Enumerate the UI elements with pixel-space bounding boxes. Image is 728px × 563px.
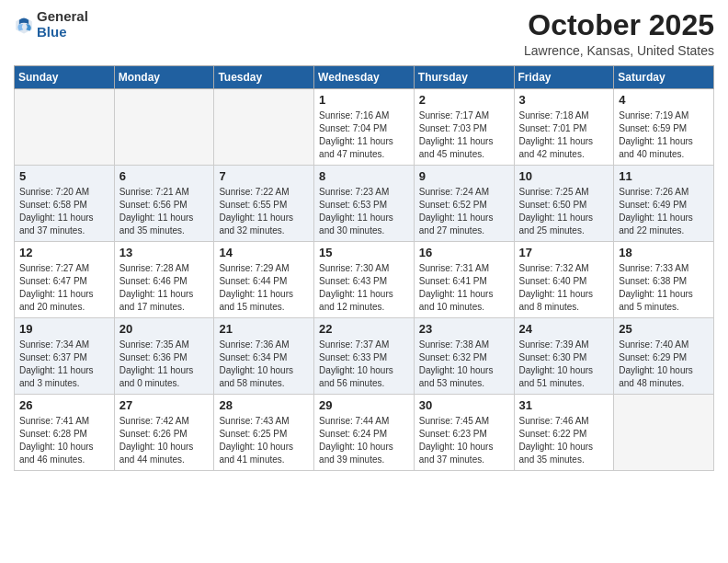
day-info: Sunrise: 7:24 AMSunset: 6:52 PMDaylight:… — [419, 186, 509, 237]
day-number: 27 — [119, 398, 210, 412]
day-info: Sunrise: 7:44 AMSunset: 6:24 PMDaylight:… — [319, 415, 409, 466]
day-cell: 26Sunrise: 7:41 AMSunset: 6:28 PMDayligh… — [15, 395, 115, 471]
day-info: Sunrise: 7:40 AMSunset: 6:29 PMDaylight:… — [619, 339, 709, 390]
weekday-header-sunday: Sunday — [15, 66, 115, 89]
month-title: October 2025 — [524, 9, 714, 41]
day-cell: 29Sunrise: 7:44 AMSunset: 6:24 PMDayligh… — [314, 395, 415, 471]
day-number: 16 — [419, 246, 509, 259]
week-row-5: 26Sunrise: 7:41 AMSunset: 6:28 PMDayligh… — [15, 395, 714, 471]
day-info: Sunrise: 7:36 AMSunset: 6:34 PMDaylight:… — [219, 339, 309, 390]
day-cell: 20Sunrise: 7:35 AMSunset: 6:36 PMDayligh… — [114, 318, 214, 395]
weekday-header-friday: Friday — [514, 66, 614, 89]
day-number: 7 — [219, 169, 309, 183]
day-info: Sunrise: 7:45 AMSunset: 6:23 PMDaylight:… — [419, 415, 509, 466]
day-number: 4 — [619, 93, 709, 107]
calendar-table: SundayMondayTuesdayWednesdayThursdayFrid… — [14, 65, 714, 471]
week-row-1: 1Sunrise: 7:16 AMSunset: 7:04 PMDaylight… — [15, 89, 714, 166]
day-cell: 10Sunrise: 7:25 AMSunset: 6:50 PMDayligh… — [514, 166, 614, 242]
logo: General Blue — [14, 9, 88, 40]
day-number: 24 — [519, 322, 609, 336]
day-info: Sunrise: 7:26 AMSunset: 6:49 PMDaylight:… — [619, 186, 709, 237]
day-cell: 18Sunrise: 7:33 AMSunset: 6:38 PMDayligh… — [614, 242, 714, 318]
weekday-header-row: SundayMondayTuesdayWednesdayThursdayFrid… — [15, 66, 714, 89]
weekday-header-thursday: Thursday — [414, 66, 514, 89]
day-number: 9 — [419, 169, 509, 183]
day-number: 21 — [219, 322, 309, 336]
week-row-4: 19Sunrise: 7:34 AMSunset: 6:37 PMDayligh… — [15, 318, 714, 395]
title-block: October 2025 Lawrence, Kansas, United St… — [524, 9, 714, 58]
day-cell: 19Sunrise: 7:34 AMSunset: 6:37 PMDayligh… — [15, 318, 115, 395]
weekday-header-wednesday: Wednesday — [314, 66, 415, 89]
day-cell: 8Sunrise: 7:23 AMSunset: 6:53 PMDaylight… — [314, 166, 415, 242]
day-info: Sunrise: 7:28 AMSunset: 6:46 PMDaylight:… — [119, 262, 210, 314]
week-row-3: 12Sunrise: 7:27 AMSunset: 6:47 PMDayligh… — [15, 242, 714, 318]
day-info: Sunrise: 7:16 AMSunset: 7:04 PMDaylight:… — [319, 109, 409, 161]
day-cell: 2Sunrise: 7:17 AMSunset: 7:03 PMDaylight… — [414, 89, 514, 166]
day-number: 30 — [419, 398, 509, 412]
day-info: Sunrise: 7:46 AMSunset: 6:22 PMDaylight:… — [519, 415, 609, 466]
day-number: 28 — [219, 398, 309, 412]
day-number: 31 — [519, 398, 609, 412]
day-info: Sunrise: 7:41 AMSunset: 6:28 PMDaylight:… — [19, 415, 109, 466]
day-number: 22 — [319, 322, 409, 336]
day-cell — [614, 395, 714, 471]
day-number: 1 — [319, 93, 409, 107]
day-cell — [15, 89, 115, 166]
weekday-header-monday: Monday — [114, 66, 214, 89]
day-info: Sunrise: 7:37 AMSunset: 6:33 PMDaylight:… — [319, 339, 409, 390]
day-info: Sunrise: 7:35 AMSunset: 6:36 PMDaylight:… — [119, 339, 210, 390]
day-info: Sunrise: 7:30 AMSunset: 6:43 PMDaylight:… — [319, 262, 409, 314]
day-info: Sunrise: 7:25 AMSunset: 6:50 PMDaylight:… — [519, 186, 609, 237]
day-cell: 30Sunrise: 7:45 AMSunset: 6:23 PMDayligh… — [414, 395, 514, 471]
day-cell: 7Sunrise: 7:22 AMSunset: 6:55 PMDaylight… — [214, 166, 314, 242]
day-number: 20 — [119, 322, 210, 336]
day-number: 18 — [619, 246, 709, 259]
logo-blue-text: Blue — [37, 24, 67, 40]
day-number: 13 — [119, 246, 210, 259]
day-number: 10 — [519, 169, 609, 183]
day-cell: 12Sunrise: 7:27 AMSunset: 6:47 PMDayligh… — [15, 242, 115, 318]
day-info: Sunrise: 7:18 AMSunset: 7:01 PMDaylight:… — [519, 109, 609, 161]
day-number: 14 — [219, 246, 309, 259]
day-cell: 9Sunrise: 7:24 AMSunset: 6:52 PMDaylight… — [414, 166, 514, 242]
day-cell: 6Sunrise: 7:21 AMSunset: 6:56 PMDaylight… — [114, 166, 214, 242]
day-cell: 28Sunrise: 7:43 AMSunset: 6:25 PMDayligh… — [214, 395, 314, 471]
day-cell: 21Sunrise: 7:36 AMSunset: 6:34 PMDayligh… — [214, 318, 314, 395]
weekday-header-saturday: Saturday — [614, 66, 714, 89]
location: Lawrence, Kansas, United States — [524, 43, 714, 58]
day-cell: 13Sunrise: 7:28 AMSunset: 6:46 PMDayligh… — [114, 242, 214, 318]
day-cell: 11Sunrise: 7:26 AMSunset: 6:49 PMDayligh… — [614, 166, 714, 242]
logo-general-text: General — [37, 8, 88, 24]
day-number: 12 — [19, 246, 109, 259]
logo-text: General Blue — [37, 9, 88, 40]
week-row-2: 5Sunrise: 7:20 AMSunset: 6:58 PMDaylight… — [15, 166, 714, 242]
day-number: 19 — [19, 322, 109, 336]
logo-icon — [14, 15, 34, 35]
day-info: Sunrise: 7:17 AMSunset: 7:03 PMDaylight:… — [419, 109, 509, 161]
day-cell: 23Sunrise: 7:38 AMSunset: 6:32 PMDayligh… — [414, 318, 514, 395]
day-cell: 15Sunrise: 7:30 AMSunset: 6:43 PMDayligh… — [314, 242, 415, 318]
day-cell: 14Sunrise: 7:29 AMSunset: 6:44 PMDayligh… — [214, 242, 314, 318]
day-cell: 5Sunrise: 7:20 AMSunset: 6:58 PMDaylight… — [15, 166, 115, 242]
day-cell — [114, 89, 214, 166]
day-info: Sunrise: 7:20 AMSunset: 6:58 PMDaylight:… — [19, 186, 109, 237]
day-info: Sunrise: 7:42 AMSunset: 6:26 PMDaylight:… — [119, 415, 210, 466]
page: General Blue October 2025 Lawrence, Kans… — [0, 0, 728, 563]
day-number: 26 — [19, 398, 109, 412]
day-cell: 27Sunrise: 7:42 AMSunset: 6:26 PMDayligh… — [114, 395, 214, 471]
day-number: 15 — [319, 246, 409, 259]
day-cell: 3Sunrise: 7:18 AMSunset: 7:01 PMDaylight… — [514, 89, 614, 166]
day-info: Sunrise: 7:39 AMSunset: 6:30 PMDaylight:… — [519, 339, 609, 390]
day-number: 25 — [619, 322, 709, 336]
day-info: Sunrise: 7:33 AMSunset: 6:38 PMDaylight:… — [619, 262, 709, 314]
day-number: 5 — [19, 169, 109, 183]
day-cell: 4Sunrise: 7:19 AMSunset: 6:59 PMDaylight… — [614, 89, 714, 166]
day-info: Sunrise: 7:19 AMSunset: 6:59 PMDaylight:… — [619, 109, 709, 161]
day-info: Sunrise: 7:32 AMSunset: 6:40 PMDaylight:… — [519, 262, 609, 314]
day-cell: 31Sunrise: 7:46 AMSunset: 6:22 PMDayligh… — [514, 395, 614, 471]
day-cell — [214, 89, 314, 166]
day-info: Sunrise: 7:34 AMSunset: 6:37 PMDaylight:… — [19, 339, 109, 390]
day-info: Sunrise: 7:27 AMSunset: 6:47 PMDaylight:… — [19, 262, 109, 314]
day-number: 29 — [319, 398, 409, 412]
day-cell: 16Sunrise: 7:31 AMSunset: 6:41 PMDayligh… — [414, 242, 514, 318]
